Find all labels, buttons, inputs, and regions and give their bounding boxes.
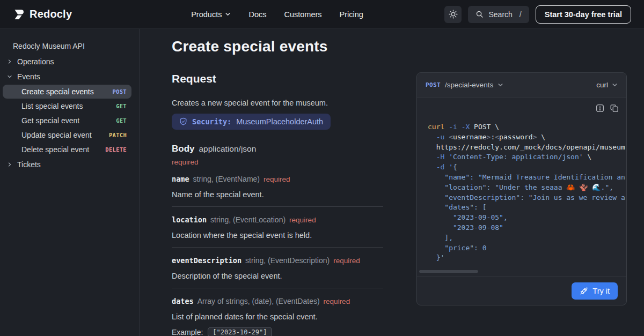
field-row-dates: dates Array of strings, (date), (EventDa… bbox=[172, 288, 383, 336]
redocly-logo[interactable]: Redocly bbox=[13, 8, 72, 21]
curl-code-sample[interactable]: curl -i -X POST \ -u <username>:<passwor… bbox=[417, 122, 626, 263]
request-heading: Request bbox=[172, 72, 383, 86]
method-badge-get: GET bbox=[116, 103, 127, 109]
sidebar-item-tickets[interactable]: Tickets bbox=[0, 157, 139, 172]
field-description: List of planned dates for the special ev… bbox=[172, 312, 383, 322]
field-example: Example: ["2023-10-29"] bbox=[172, 327, 383, 336]
field-required: required bbox=[333, 256, 360, 266]
chevron-down-icon bbox=[497, 82, 503, 88]
sidebar-item-update-special-event[interactable]: Update special event PATCH bbox=[3, 128, 131, 142]
top-nav: Redocly Products Docs Customers Pricing bbox=[0, 0, 644, 29]
field-row-event-description: eventDescription string, (EventDescripti… bbox=[172, 248, 383, 288]
sidebar: Redocly Museum API Operations Events Cre… bbox=[0, 29, 140, 336]
field-required: required bbox=[324, 297, 350, 307]
search-button[interactable]: Search / bbox=[468, 6, 529, 23]
example-value-chip: ["2023-10-29"] bbox=[208, 327, 272, 336]
method-badge-patch: PATCH bbox=[109, 132, 127, 138]
page-title: Create special events bbox=[172, 38, 383, 56]
free-trial-button[interactable]: Start 30-day free trial bbox=[536, 5, 631, 24]
field-name: dates bbox=[172, 296, 194, 306]
sun-icon bbox=[449, 10, 458, 19]
main-content: Create special events Request Creates a … bbox=[140, 29, 644, 336]
endpoint-selector[interactable]: POST /special-events bbox=[426, 81, 503, 89]
security-scheme: MuseumPlaceholderAuth bbox=[236, 117, 323, 126]
chevron-down-icon bbox=[7, 74, 12, 79]
chevron-down-icon bbox=[612, 82, 618, 88]
field-type: Array of strings, (date), (EventDates) bbox=[197, 296, 320, 306]
rocket-icon bbox=[580, 287, 588, 295]
request-sample-panel: POST /special-events curl bbox=[416, 72, 627, 305]
field-row-location: location string, (EventLocation) require… bbox=[172, 207, 383, 248]
sample-panel-footer: Try it bbox=[417, 276, 626, 305]
try-it-button[interactable]: Try it bbox=[572, 282, 618, 300]
report-button[interactable] bbox=[596, 104, 604, 113]
search-shortcut: / bbox=[519, 10, 522, 19]
endpoint-path: /special-events bbox=[445, 81, 493, 89]
nav-pricing[interactable]: Pricing bbox=[340, 10, 363, 19]
sidebar-item-delete-special-event[interactable]: Delete special event DELETE bbox=[3, 143, 131, 156]
language-selector[interactable]: curl bbox=[596, 81, 618, 89]
endpoint-method: POST bbox=[426, 81, 441, 88]
sidebar-item-operations[interactable]: Operations bbox=[0, 54, 139, 69]
example-label: Example: bbox=[172, 328, 203, 336]
field-description: Name of the special event. bbox=[172, 190, 383, 200]
sidebar-item-list-special-events[interactable]: List special events GET bbox=[3, 99, 131, 113]
method-badge-post: POST bbox=[113, 88, 127, 95]
search-label: Search bbox=[488, 10, 512, 19]
field-description: Description of the special event. bbox=[172, 271, 383, 281]
theme-toggle-button[interactable] bbox=[444, 6, 462, 23]
copy-button[interactable] bbox=[610, 104, 619, 113]
method-badge-delete: DELETE bbox=[105, 146, 127, 153]
field-type: string, (EventDescription) bbox=[245, 256, 330, 265]
security-badge[interactable]: Security: MuseumPlaceholderAuth bbox=[172, 114, 331, 130]
nav-actions: Search / Start 30-day free trial bbox=[444, 5, 631, 24]
chevron-right-icon bbox=[7, 162, 12, 167]
sidebar-api-title[interactable]: Redocly Museum API bbox=[0, 39, 139, 54]
sidebar-item-create-special-events[interactable]: Create special events POST bbox=[3, 85, 131, 99]
field-row-name: name string, (EventName) required Name o… bbox=[172, 166, 383, 207]
nav-docs[interactable]: Docs bbox=[248, 10, 266, 19]
field-type: string, (EventName) bbox=[193, 174, 260, 184]
body-required-label: required bbox=[172, 158, 383, 166]
search-icon bbox=[475, 10, 484, 18]
field-name: location bbox=[172, 215, 207, 225]
field-description: Location where the special event is held… bbox=[172, 230, 383, 241]
redocly-logo-text: Redocly bbox=[30, 8, 72, 20]
nav-menu: Products Docs Customers Pricing bbox=[191, 10, 363, 19]
security-label: Security: bbox=[192, 117, 231, 126]
sample-panel-header: POST /special-events curl bbox=[417, 73, 626, 98]
horizontal-scrollbar[interactable] bbox=[419, 270, 478, 273]
nav-customers[interactable]: Customers bbox=[284, 10, 321, 19]
sidebar-item-get-special-event[interactable]: Get special event GET bbox=[3, 114, 131, 128]
content-type-label: application/json bbox=[199, 144, 257, 154]
request-description: Creates a new special event for the muse… bbox=[172, 98, 383, 108]
redocly-logo-icon bbox=[13, 8, 25, 21]
language-label: curl bbox=[596, 81, 608, 89]
shield-check-icon bbox=[179, 117, 187, 126]
code-sample-area: curl -i -X POST \ -u <username>:<passwor… bbox=[417, 98, 626, 276]
chevron-down-icon bbox=[225, 11, 231, 17]
sidebar-item-events[interactable]: Events bbox=[0, 69, 139, 84]
field-required: required bbox=[289, 215, 316, 225]
field-type: string, (EventLocation) bbox=[210, 215, 286, 225]
try-it-label: Try it bbox=[592, 287, 610, 295]
field-name: eventDescription bbox=[172, 256, 241, 265]
chevron-right-icon bbox=[7, 59, 12, 64]
body-heading: Body application/json bbox=[172, 144, 383, 154]
report-icon bbox=[596, 104, 604, 113]
method-badge-get: GET bbox=[116, 117, 127, 124]
copy-icon bbox=[610, 104, 619, 113]
field-name: name bbox=[172, 174, 189, 184]
nav-products-label: Products bbox=[191, 10, 222, 19]
nav-products[interactable]: Products bbox=[191, 10, 231, 19]
field-required: required bbox=[264, 175, 290, 184]
